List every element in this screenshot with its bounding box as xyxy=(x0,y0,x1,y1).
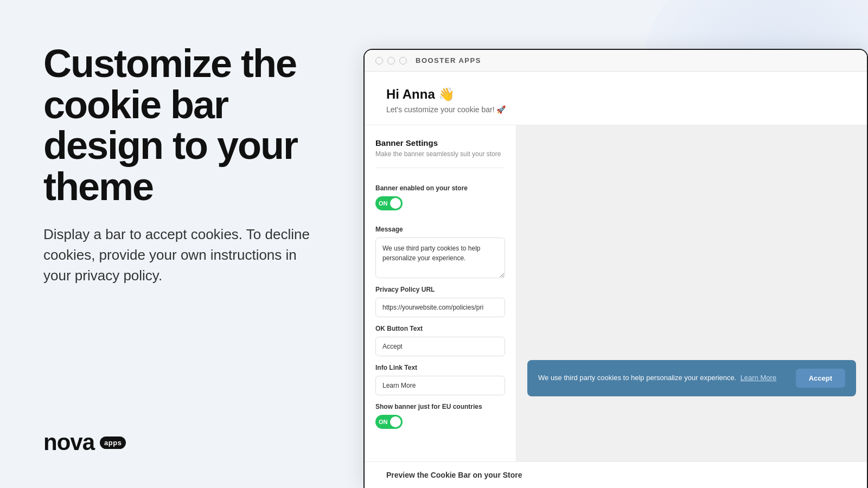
app-content: Hi Anna 👋 Let's customize your cookie ba… xyxy=(365,72,867,488)
subtext: Display a bar to accept cookies. To decl… xyxy=(43,224,315,286)
section-desc: Make the banner seamlessly suit your sto… xyxy=(375,150,505,168)
info-link-label: Info Link Text xyxy=(375,364,505,371)
banner-enabled-toggle-container: ON xyxy=(375,196,505,210)
eu-toggle[interactable]: ON xyxy=(375,415,403,429)
greeting: Hi Anna 👋 xyxy=(386,87,845,102)
browser-dot-1 xyxy=(375,57,383,65)
learn-more-link[interactable]: Learn More xyxy=(741,374,776,382)
greeting-sub: Let's customize your cookie bar! 🚀 xyxy=(386,105,845,114)
section-title: Banner Settings xyxy=(375,138,505,147)
right-panel: BOOSTER APPS Hi Anna 👋 Let's customize y… xyxy=(363,0,868,488)
eu-label: Show banner just for EU countries xyxy=(375,403,505,410)
privacy-url-label: Privacy Policy URL xyxy=(375,286,505,293)
settings-scroll: Banner Settings Make the banner seamless… xyxy=(375,138,505,436)
browser-dots xyxy=(375,57,407,65)
toggle-knob xyxy=(390,198,401,209)
browser-window: BOOSTER APPS Hi Anna 👋 Let's customize y… xyxy=(363,49,868,488)
ok-button-input[interactable] xyxy=(375,337,505,356)
accept-button[interactable]: Accept xyxy=(796,369,845,388)
browser-chrome: BOOSTER APPS xyxy=(365,50,867,72)
settings-panel: Banner Settings Make the banner seamless… xyxy=(365,125,516,461)
left-panel: Customize the cookie bar design to your … xyxy=(0,0,363,488)
info-link-input[interactable] xyxy=(375,376,505,395)
ok-button-label: OK Button Text xyxy=(375,325,505,332)
browser-dot-2 xyxy=(387,57,395,65)
app-main: Banner Settings Make the banner seamless… xyxy=(365,125,867,461)
browser-dot-3 xyxy=(399,57,407,65)
message-label: Message xyxy=(375,226,505,233)
cookie-banner-message: We use third party cookies to help perso… xyxy=(538,373,776,383)
logo-badge: apps xyxy=(100,436,126,449)
headline: Customize the cookie bar design to your … xyxy=(43,43,331,207)
app-header: Hi Anna 👋 Let's customize your cookie ba… xyxy=(365,72,867,125)
toggle-on-label: ON xyxy=(379,200,388,207)
message-textarea[interactable]: We use third party cookies to help perso… xyxy=(375,237,505,278)
left-content: Customize the cookie bar design to your … xyxy=(43,43,331,286)
banner-enabled-toggle[interactable]: ON xyxy=(375,196,403,210)
eu-toggle-on-label: ON xyxy=(379,419,388,425)
brand-label: BOOSTER APPS xyxy=(416,56,481,65)
logo-text: nova xyxy=(43,429,94,455)
preview-panel: We use third party cookies to help perso… xyxy=(516,125,867,461)
eu-toggle-knob xyxy=(390,416,401,427)
cookie-banner-preview: We use third party cookies to help perso… xyxy=(527,360,856,396)
banner-enabled-label: Banner enabled on your store xyxy=(375,184,505,192)
eu-toggle-container: ON xyxy=(375,415,505,429)
bottom-section: Preview the Cookie Bar on your Store xyxy=(365,461,867,488)
bottom-title: Preview the Cookie Bar on your Store xyxy=(386,471,845,479)
privacy-url-input[interactable] xyxy=(375,298,505,317)
logo-area: nova apps xyxy=(43,429,331,455)
